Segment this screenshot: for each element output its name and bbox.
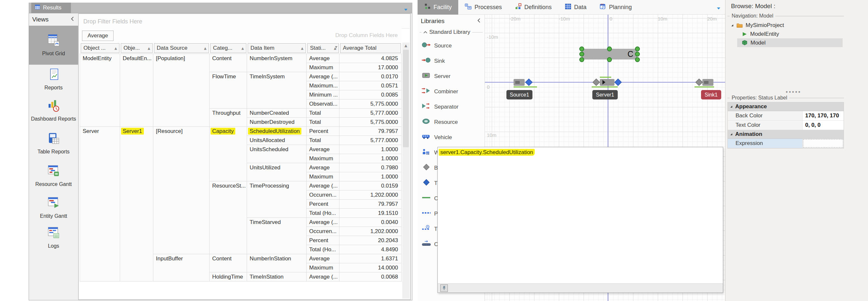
standard-library-group-header[interactable]: Standard Library (417, 28, 485, 38)
source1-output-node[interactable] (525, 79, 533, 86)
pivot-value-cell[interactable]: 0.0085 (339, 90, 402, 99)
expression-editor-window[interactable]: server1.Capacity.ScheduledUtilization (437, 147, 723, 293)
tab-processes[interactable]: Processes (458, 0, 508, 14)
category-expander-icon[interactable] (730, 131, 733, 137)
pivot-cell[interactable]: Maximum (307, 263, 339, 272)
pivot-cell[interactable]: ResourceSt... (210, 181, 247, 254)
pivot-value-cell[interactable]: 1.6371 (339, 254, 402, 263)
sidebar-item-entity-gantt[interactable]: Entity Gantt (29, 192, 78, 223)
pivot-cell[interactable]: Server1 (120, 127, 153, 281)
filter-funnel-icon[interactable] (335, 44, 338, 51)
pivot-cell[interactable]: Minimum ... (307, 90, 339, 99)
sidebar-item-dashboard-reports[interactable]: Dashboard Reports (29, 94, 78, 127)
pivot-cell[interactable]: TimeProcessing (247, 181, 307, 218)
tab-results[interactable]: Results (31, 3, 71, 13)
group-collapse-arrow-icon[interactable] (424, 29, 427, 35)
pivot-value-cell[interactable]: 79.7957 (339, 200, 402, 209)
library-item-separator[interactable]: Separator (417, 99, 485, 114)
library-item-combiner[interactable]: Combiner (417, 84, 485, 99)
results-dropdown-caret-icon[interactable] (404, 6, 408, 9)
pivot-cell[interactable]: Average (307, 254, 339, 263)
category-expander-icon[interactable] (730, 103, 733, 110)
pivot-cell[interactable]: Total (Ho... (307, 209, 339, 218)
pivot-value-cell[interactable]: 0.0040 (339, 218, 402, 227)
property-category-appearance[interactable]: Appearance (728, 102, 844, 111)
library-item-server[interactable]: Server (417, 69, 485, 84)
pivot-cell[interactable]: [Resource] (153, 127, 210, 254)
pivot-value-cell[interactable]: 0.0068 (339, 272, 402, 281)
resize-handle[interactable] (635, 57, 640, 62)
pivot-cell[interactable]: UnitsUtilized (247, 163, 307, 181)
sort-ascending-icon[interactable]: ▲ (301, 46, 304, 50)
pivot-value-cell[interactable]: 19.1510 (339, 209, 402, 218)
pivot-value-cell[interactable]: 1.0000 (339, 172, 402, 181)
sort-ascending-icon[interactable]: ▲ (204, 46, 207, 50)
libraries-collapse-chevron-icon[interactable] (477, 18, 481, 24)
property-category-animation[interactable]: Animation (728, 130, 844, 139)
pivot-cell[interactable]: Occurren... (307, 227, 339, 236)
property-value[interactable]: 0, 0, 0 (803, 121, 844, 130)
pivot-cell[interactable]: TimeStarved (247, 218, 307, 254)
pivot-cell[interactable]: TimeInStation (247, 272, 307, 281)
pivot-value-cell[interactable]: 20.2043 (339, 236, 402, 245)
views-collapse-chevron-icon[interactable] (71, 16, 74, 23)
pivot-cell[interactable]: Maximum (307, 172, 339, 181)
pivot-cell[interactable]: InputBuffer (153, 254, 210, 281)
source1-label[interactable]: Source1 (506, 90, 532, 99)
tab-data[interactable]: Data (558, 0, 593, 14)
tree-expander-icon[interactable] (731, 22, 734, 29)
pivot-value-cell[interactable]: 79.7957 (339, 127, 402, 136)
pivot-cell[interactable]: Content (210, 54, 247, 72)
pivot-cell[interactable]: ModelEntity (80, 54, 120, 127)
resize-handle[interactable] (607, 57, 612, 62)
resize-handle[interactable] (635, 52, 640, 57)
pivot-value-cell[interactable]: 5,777.0000 (339, 108, 402, 118)
source1-object[interactable] (514, 79, 525, 86)
pivot-cell[interactable]: Average (307, 145, 339, 154)
pivot-cell[interactable]: UnitsAllocated (247, 136, 307, 145)
pivot-cell[interactable]: NumberInSystem (247, 54, 307, 72)
sidebar-item-pivot-grid[interactable]: Pivot Grid (29, 26, 78, 65)
pivot-cell[interactable]: DefaultEn... (120, 54, 153, 127)
sink1-object[interactable] (702, 79, 713, 86)
pivot-cell[interactable]: Total (307, 108, 339, 118)
pivot-cell[interactable]: Occurren... (307, 191, 339, 200)
pivot-value-cell[interactable]: 0.0170 (339, 72, 402, 81)
tree-item-mysimioproject[interactable]: MySimioProject (727, 21, 844, 30)
pivot-cell[interactable]: Content (210, 254, 247, 272)
sink1-input-node[interactable] (695, 79, 703, 86)
pivot-cell[interactable]: Total (307, 136, 339, 145)
property-row-text-color[interactable]: Text Color0, 0, 0 (728, 121, 844, 130)
library-item-vehicle[interactable]: Vehicle (417, 130, 485, 145)
sort-ascending-icon[interactable]: ▲ (115, 46, 117, 50)
sidebar-item-logs[interactable]: Logs (29, 223, 78, 252)
server1-object[interactable] (600, 79, 615, 86)
pivot-column-header[interactable]: Object ...▲ (80, 42, 120, 54)
property-row-back-color[interactable]: Back Color170, 170, 170 (728, 111, 844, 121)
pivot-cell[interactable]: FlowTime (210, 72, 247, 108)
resize-handle[interactable] (635, 46, 640, 52)
pivot-cell[interactable]: NumberCreated (247, 108, 307, 118)
resize-handle[interactable] (579, 57, 584, 62)
pivot-cell[interactable]: Percent (307, 200, 339, 209)
pivot-value-cell[interactable]: 5,775.0000 (339, 99, 402, 108)
filter-fields-dropzone[interactable]: Drop Filter Fields Here (80, 14, 409, 29)
column-fields-dropzone[interactable]: Drop Column Fields Here (335, 32, 398, 39)
resize-handle[interactable] (579, 52, 584, 57)
average-measure-button[interactable]: Average (82, 31, 114, 41)
pivot-value-cell[interactable]: 1,202.0000 (339, 227, 402, 236)
pivot-cell[interactable]: TimeInSystem (247, 72, 307, 108)
pivot-column-header[interactable]: Obje...▲ (120, 42, 153, 54)
pivot-cell[interactable]: ScheduledUtilization (247, 127, 307, 136)
tree-item-modelentity[interactable]: ModelEntity (727, 30, 844, 38)
pivot-cell[interactable]: Server (80, 127, 120, 281)
sink1-label[interactable]: Sink1 (701, 90, 721, 99)
pivot-value-cell[interactable]: 1.0000 (339, 154, 402, 163)
pivot-value-cell[interactable]: 5,775.0000 (339, 118, 402, 127)
pivot-cell[interactable]: Average (307, 54, 339, 63)
facility-dropdown-caret-icon[interactable] (717, 5, 720, 8)
sidebar-item-resource-gantt[interactable]: Resource Gantt (29, 160, 78, 192)
server1-label[interactable]: Server1 (592, 90, 618, 99)
pivot-value-cell[interactable]: 1.0000 (339, 145, 402, 154)
pivot-cell[interactable]: Average (... (307, 72, 339, 81)
